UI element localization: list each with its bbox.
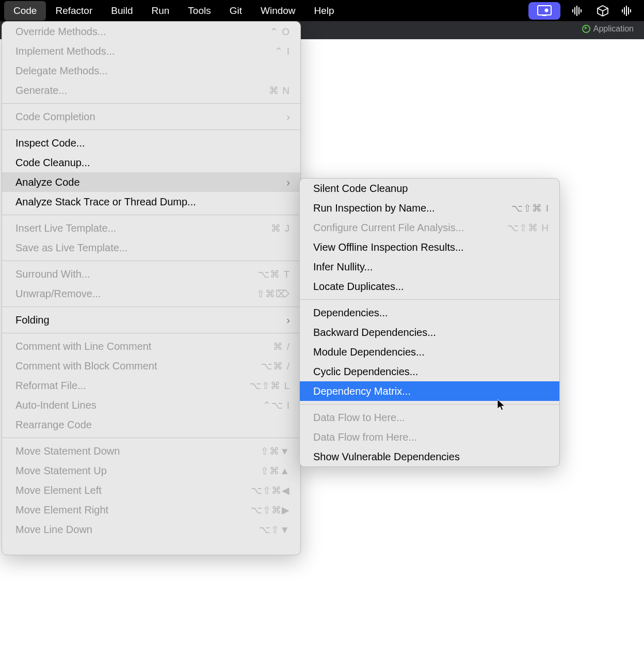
run-config-indicator[interactable]: Application	[582, 24, 634, 34]
menu-item-label: Dependencies...	[313, 307, 549, 319]
menu-item-save-live-template[interactable]: Save as Live Template...	[2, 238, 300, 257]
audio-bars-icon[interactable]	[571, 4, 585, 18]
menubar-item-build[interactable]: Build	[102, 1, 142, 21]
submenu-item-configure-file-analysis[interactable]: Configure Current File Analysis... ⌥⇧⌘ H	[300, 218, 559, 237]
menu-item-label: Move Element Right	[15, 504, 240, 516]
menu-item-label: Show Vulnerable Dependencies	[313, 451, 549, 463]
menu-item-shortcut: ⌥⌘ /	[261, 360, 290, 372]
menu-item-move-element-right[interactable]: Move Element Right ⌥⇧⌘▶	[2, 500, 300, 520]
menu-item-label: Infer Nullity...	[313, 261, 549, 273]
menu-item-shortcut: ⌥⇧⌘▶	[251, 504, 290, 516]
submenu-item-locate-duplicates[interactable]: Locate Duplicates...	[300, 277, 559, 296]
submenu-item-data-flow-from-here[interactable]: Data Flow from Here...	[300, 427, 559, 447]
analyze-code-submenu: Silent Code Cleanup Run Inspection by Na…	[299, 178, 560, 467]
menu-item-shortcut: ⌥⇧⌘ I	[511, 202, 549, 214]
menu-item-label: Insert Live Template...	[15, 222, 261, 234]
svg-point-1	[545, 8, 549, 12]
menu-item-label: Cyclic Dependencies...	[313, 366, 549, 378]
menu-item-folding[interactable]: Folding ›	[2, 310, 300, 330]
menu-item-shortcut: ⌘ /	[273, 341, 290, 352]
menu-item-comment-line[interactable]: Comment with Line Comment ⌘ /	[2, 336, 300, 356]
menu-item-label: Move Statement Up	[15, 465, 250, 477]
svg-rect-2	[542, 15, 546, 16]
menu-item-label: Reformat File...	[15, 380, 239, 392]
menu-item-label: Folding	[15, 314, 276, 326]
menu-item-shortcut: ⇧⌘▲	[261, 465, 290, 477]
menu-item-shortcut: ⌥⇧⌘ L	[250, 380, 290, 392]
menu-item-rearrange-code[interactable]: Rearrange Code	[2, 415, 300, 434]
submenu-item-data-flow-to-here[interactable]: Data Flow to Here...	[300, 408, 559, 427]
menu-item-shortcut: ⌘ J	[271, 222, 290, 234]
menu-item-shortcut: ⌃ I	[275, 45, 290, 57]
menu-item-label: Configure Current File Analysis...	[313, 222, 497, 234]
menu-item-move-statement-up[interactable]: Move Statement Up ⇧⌘▲	[2, 461, 300, 480]
menu-separator	[300, 404, 559, 405]
screenshare-icon[interactable]	[528, 2, 560, 20]
menu-separator	[2, 103, 300, 104]
run-icon	[582, 25, 590, 33]
svg-rect-5	[576, 6, 577, 16]
menu-item-move-line-down[interactable]: Move Line Down ⌥⇧▼	[2, 520, 300, 539]
menu-item-label: Delegate Methods...	[15, 65, 290, 77]
submenu-item-silent-code-cleanup[interactable]: Silent Code Cleanup	[300, 179, 559, 198]
cube-icon[interactable]	[595, 4, 610, 18]
menubar-item-window[interactable]: Window	[251, 1, 305, 21]
submenu-item-show-vulnerable-deps[interactable]: Show Vulnerable Dependencies	[300, 447, 559, 466]
svg-rect-3	[572, 9, 573, 12]
menu-item-label: Move Element Left	[15, 485, 240, 496]
chevron-right-icon: ›	[286, 314, 290, 326]
submenu-item-module-dependencies[interactable]: Module Dependencies...	[300, 342, 559, 362]
menu-item-move-element-left[interactable]: Move Element Left ⌥⇧⌘◀	[2, 480, 300, 500]
menu-item-shortcut: ⌥⌘ T	[258, 268, 290, 280]
menu-item-label: Generate...	[15, 85, 259, 96]
menu-item-label: Backward Dependencies...	[313, 327, 549, 338]
menu-item-surround-with[interactable]: Surround With... ⌥⌘ T	[2, 264, 300, 284]
menu-item-unwrap-remove[interactable]: Unwrap/Remove... ⇧⌘⌦	[2, 284, 300, 303]
menubar-item-git[interactable]: Git	[220, 1, 251, 21]
menu-item-label: Locate Duplicates...	[313, 281, 549, 293]
menu-item-label: Run Inspection by Name...	[313, 202, 501, 214]
submenu-item-dependency-matrix[interactable]: Dependency Matrix...	[300, 381, 559, 401]
submenu-item-cyclic-dependencies[interactable]: Cyclic Dependencies...	[300, 362, 559, 381]
menu-item-shortcut: ⌥⇧▼	[259, 524, 290, 536]
svg-rect-0	[538, 6, 551, 15]
menubar-item-code[interactable]: Code	[4, 1, 46, 21]
svg-rect-9	[624, 7, 625, 14]
menu-item-shortcut: ⌃⌥ I	[263, 399, 290, 411]
menu-item-shortcut: ⌥⇧⌘◀	[251, 485, 290, 496]
menu-item-label: Unwrap/Remove...	[15, 288, 246, 300]
menu-item-implement-methods[interactable]: Implement Methods... ⌃ I	[2, 41, 300, 61]
menubar-item-tools[interactable]: Tools	[179, 1, 220, 21]
menu-item-auto-indent[interactable]: Auto-Indent Lines ⌃⌥ I	[2, 395, 300, 415]
menu-item-label: Implement Methods...	[15, 45, 264, 57]
menu-item-delegate-methods[interactable]: Delegate Methods...	[2, 61, 300, 80]
submenu-item-infer-nullity[interactable]: Infer Nullity...	[300, 257, 559, 277]
submenu-item-view-offline-results[interactable]: View Offline Inspection Results...	[300, 237, 559, 257]
menu-item-label: Module Dependencies...	[313, 346, 549, 358]
submenu-item-run-inspection-by-name[interactable]: Run Inspection by Name... ⌥⇧⌘ I	[300, 198, 559, 218]
menu-item-code-completion[interactable]: Code Completion ›	[2, 107, 300, 126]
chevron-right-icon: ›	[286, 176, 290, 188]
menubar-item-refactor[interactable]: Refactor	[46, 1, 102, 21]
menu-item-label: Surround With...	[15, 268, 248, 280]
menu-item-move-statement-down[interactable]: Move Statement Down ⇧⌘▼	[2, 441, 300, 461]
menu-item-analyze-code[interactable]: Analyze Code ›	[2, 172, 300, 192]
menu-item-analyze-stack-trace[interactable]: Analyze Stack Trace or Thread Dump...	[2, 192, 300, 212]
menu-item-override-methods[interactable]: Override Methods... ⌃ O	[2, 22, 300, 41]
menu-separator	[300, 299, 559, 300]
submenu-item-dependencies[interactable]: Dependencies...	[300, 303, 559, 322]
menu-item-generate[interactable]: Generate... ⌘ N	[2, 80, 300, 100]
menu-item-shortcut: ⌘ N	[269, 85, 290, 96]
menu-item-insert-live-template[interactable]: Insert Live Template... ⌘ J	[2, 218, 300, 238]
menubar-item-run[interactable]: Run	[142, 1, 179, 21]
menu-item-inspect-code[interactable]: Inspect Code...	[2, 133, 300, 153]
menu-item-label: Analyze Stack Trace or Thread Dump...	[15, 196, 290, 208]
menu-item-shortcut: ⇧⌘▼	[261, 445, 290, 457]
audio-bars-icon-2[interactable]	[620, 4, 635, 18]
menubar-item-help[interactable]: Help	[305, 1, 344, 21]
menu-item-comment-block[interactable]: Comment with Block Comment ⌥⌘ /	[2, 356, 300, 376]
menu-item-label: Auto-Indent Lines	[15, 399, 252, 411]
menu-item-reformat-file[interactable]: Reformat File... ⌥⇧⌘ L	[2, 376, 300, 395]
submenu-item-backward-dependencies[interactable]: Backward Dependencies...	[300, 322, 559, 342]
menu-item-code-cleanup[interactable]: Code Cleanup...	[2, 153, 300, 172]
